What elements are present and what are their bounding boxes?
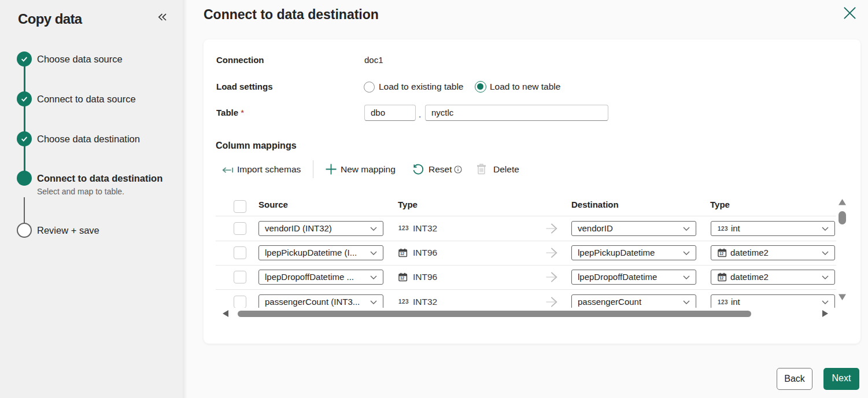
svg-text:12: 12	[719, 252, 724, 256]
svg-text:12: 12	[400, 252, 405, 256]
svg-text:12: 12	[719, 277, 724, 281]
svg-text:12: 12	[400, 277, 405, 281]
